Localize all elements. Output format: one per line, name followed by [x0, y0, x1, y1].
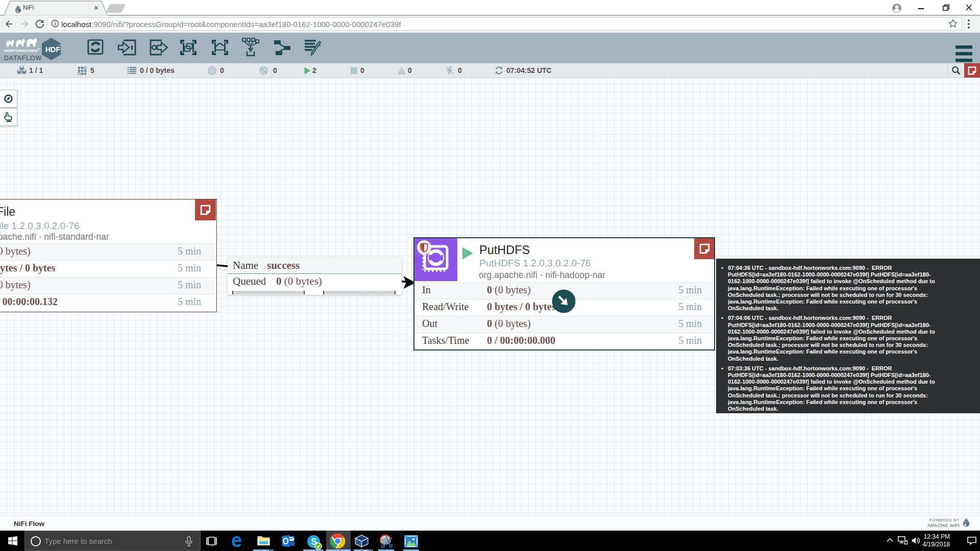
svg-text:™: ™	[58, 44, 61, 47]
